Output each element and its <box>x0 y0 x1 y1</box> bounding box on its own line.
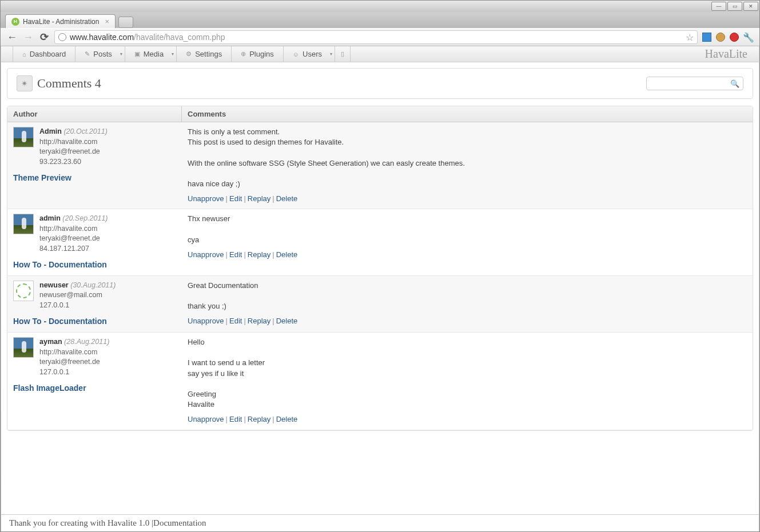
action-edit[interactable]: Edit <box>229 317 242 325</box>
comment-row: admin (20.Sep.2011) http://havalite.com … <box>7 209 753 276</box>
post-link[interactable]: How To - Documentation <box>13 316 176 327</box>
author-date: (30.Aug.2011) <box>70 281 116 289</box>
home-icon: ⌂ <box>22 51 26 58</box>
author-name: Admin <box>39 127 62 135</box>
close-button[interactable]: ✕ <box>743 2 758 11</box>
nav-page[interactable]: ▯ <box>335 46 351 62</box>
author-name: newuser <box>39 281 69 289</box>
comment-cell: This is only a test comment. This post i… <box>182 122 753 209</box>
tab-close-icon[interactable]: × <box>105 17 109 26</box>
action-unapprove[interactable]: Unapprove <box>188 415 224 423</box>
maximize-button[interactable]: ▭ <box>727 2 742 11</box>
toolbar-icons: 🔧 <box>702 32 754 42</box>
action-unapprove[interactable]: Unapprove <box>188 250 224 259</box>
author-ip: 84.187.121.207 <box>39 244 108 254</box>
search-input[interactable]: 🔍 <box>646 77 743 90</box>
brand-logo: HavaLite <box>705 46 759 62</box>
column-author: Author <box>7 106 182 122</box>
posts-icon: ✎ <box>85 50 90 58</box>
author-name: ayman <box>39 338 62 346</box>
nav-dashboard[interactable]: ⌂Dashboard <box>13 46 75 62</box>
avatar <box>13 281 34 301</box>
author-email[interactable]: teryaki@freenet.de <box>39 357 109 367</box>
tab-title: HavaLite - Administration <box>23 18 99 26</box>
avatar <box>13 127 34 147</box>
favicon-icon: H <box>11 18 19 26</box>
avatar <box>13 214 34 234</box>
action-replay[interactable]: Replay <box>248 317 270 325</box>
page-header: ✴ Comments 4 🔍 <box>7 68 753 99</box>
reload-button[interactable]: ⟳ <box>38 31 50 43</box>
action-delete[interactable]: Delete <box>276 194 298 203</box>
post-link[interactable]: Flash ImageLoader <box>13 383 176 394</box>
post-link[interactable]: Theme Preview <box>13 173 176 184</box>
chevron-down-icon: ▾ <box>172 51 174 57</box>
author-url[interactable]: http://havalite.com <box>39 137 108 147</box>
nav-plugins[interactable]: ⊕Plugins <box>232 46 284 62</box>
page-content: ⌂Dashboard ✎Posts▾ ▣Media▾ ⚙Settings ⊕Pl… <box>1 46 759 531</box>
bookmark-star-icon[interactable]: ☆ <box>686 32 694 43</box>
post-link[interactable]: How To - Documentation <box>13 259 176 271</box>
gear-icon: ⚙ <box>186 50 192 58</box>
nav-settings[interactable]: ⚙Settings <box>177 46 232 62</box>
author-ip: 93.223.23.60 <box>39 157 108 167</box>
comment-cell: Great Documentation thank you ;) Unappro… <box>182 276 753 332</box>
extension-icon[interactable] <box>702 33 711 42</box>
comment-body: Hello I want to send u a letter say yes … <box>188 337 747 410</box>
action-edit[interactable]: Edit <box>229 194 242 203</box>
author-date: (28.Aug.2011) <box>64 338 109 346</box>
action-delete[interactable]: Delete <box>276 250 298 259</box>
action-edit[interactable]: Edit <box>229 250 242 259</box>
comment-row: ayman (28.Aug.2011) http://havalite.com … <box>7 333 753 430</box>
comment-actions: Unapprove|Edit|Replay|Delete <box>188 414 747 425</box>
action-delete[interactable]: Delete <box>276 317 298 325</box>
comments-icon: ✴ <box>17 75 33 91</box>
nav-posts[interactable]: ✎Posts▾ <box>75 46 125 62</box>
new-tab-button[interactable] <box>118 17 133 28</box>
action-replay[interactable]: Replay <box>248 194 270 203</box>
footer-doc-link[interactable]: Documentation <box>153 518 206 528</box>
cookie-icon[interactable] <box>716 33 725 42</box>
action-edit[interactable]: Edit <box>229 415 242 423</box>
comment-actions: Unapprove|Edit|Replay|Delete <box>188 250 747 260</box>
admin-navigation: ⌂Dashboard ✎Posts▾ ▣Media▾ ⚙Settings ⊕Pl… <box>1 46 759 62</box>
action-replay[interactable]: Replay <box>248 415 270 423</box>
author-email[interactable]: newuser@mail.com <box>39 290 116 301</box>
nav-media[interactable]: ▣Media▾ <box>125 46 177 62</box>
url-text: www.havalite.com/havalite/hava_comm.php <box>70 33 682 42</box>
footer-text: Thank you for creating with Havalite 1.0… <box>9 518 153 528</box>
author-ip: 127.0.0.1 <box>39 367 109 378</box>
nav-users[interactable]: ☺Users▾ <box>284 46 335 62</box>
comment-body: This is only a test comment. This post i… <box>188 127 747 189</box>
media-icon: ▣ <box>134 50 140 58</box>
author-date: (20.Oct.2011) <box>63 127 107 135</box>
minimize-button[interactable]: — <box>711 2 726 11</box>
block-icon[interactable] <box>730 33 739 42</box>
settings-wrench-icon[interactable]: 🔧 <box>743 32 754 42</box>
address-bar: ← → ⟳ www.havalite.com/havalite/hava_com… <box>1 28 759 46</box>
browser-tab[interactable]: H HavaLite - Administration × <box>5 14 116 28</box>
url-input[interactable]: www.havalite.com/havalite/hava_comm.php … <box>54 30 698 44</box>
back-button[interactable]: ← <box>6 31 18 43</box>
comment-cell: Hello I want to send u a letter say yes … <box>182 333 753 430</box>
author-email[interactable]: teryaki@freenet.de <box>39 234 108 244</box>
page-icon: ▯ <box>341 50 344 58</box>
chevron-down-icon: ▾ <box>330 51 332 57</box>
author-url[interactable]: http://havalite.com <box>39 224 108 234</box>
action-delete[interactable]: Delete <box>276 415 298 423</box>
forward-button[interactable]: → <box>22 31 34 43</box>
comment-actions: Unapprove|Edit|Replay|Delete <box>188 194 747 204</box>
browser-tab-bar: H HavaLite - Administration × <box>1 12 759 28</box>
comment-body: Great Documentation thank you ;) <box>188 281 747 312</box>
author-email[interactable]: teryaki@freenet.de <box>39 147 108 157</box>
plugins-icon: ⊕ <box>241 50 246 58</box>
action-unapprove[interactable]: Unapprove <box>188 317 224 325</box>
author-ip: 127.0.0.1 <box>39 301 116 311</box>
action-replay[interactable]: Replay <box>248 250 270 259</box>
author-date: (20.Sep.2011) <box>62 214 108 222</box>
comments-table: Author Comments Admin (20.Oct.2011) http… <box>7 106 753 431</box>
author-name: admin <box>39 214 61 222</box>
action-unapprove[interactable]: Unapprove <box>188 194 224 203</box>
users-icon: ☺ <box>293 51 299 58</box>
author-url[interactable]: http://havalite.com <box>39 347 109 358</box>
